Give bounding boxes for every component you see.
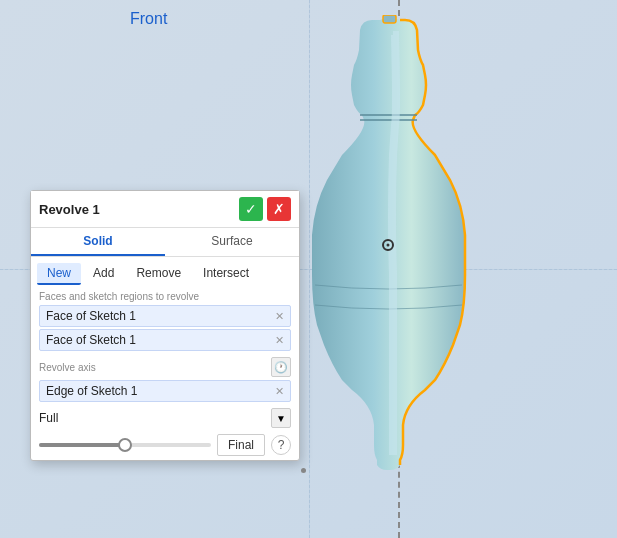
op-tab-new[interactable]: New — [37, 263, 81, 285]
faces-label: Faces and sketch regions to revolve — [39, 291, 291, 302]
op-tab-add[interactable]: Add — [83, 263, 124, 285]
faces-section: Faces and sketch regions to revolve Face… — [39, 291, 291, 351]
face-item-1-label: Face of Sketch 1 — [46, 309, 136, 323]
dialog-titlebar: Revolve 1 ✓ ✗ — [31, 191, 299, 228]
ok-button[interactable]: ✓ — [239, 197, 263, 221]
final-button[interactable]: Final — [217, 434, 265, 456]
face-item-2[interactable]: Face of Sketch 1 ✕ — [39, 329, 291, 351]
axis-label: Revolve axis — [39, 362, 96, 373]
cancel-button[interactable]: ✗ — [267, 197, 291, 221]
tab-solid[interactable]: Solid — [31, 228, 165, 256]
slider-thumb[interactable] — [118, 438, 132, 452]
face-item-1-remove[interactable]: ✕ — [275, 310, 284, 323]
svg-rect-0 — [383, 15, 396, 23]
op-tab-intersect[interactable]: Intersect — [193, 263, 259, 285]
axis-clock-icon[interactable]: 🕐 — [271, 357, 291, 377]
op-tabs: New Add Remove Intersect — [31, 257, 299, 285]
tab-surface[interactable]: Surface — [165, 228, 299, 256]
help-button[interactable]: ? — [271, 435, 291, 455]
full-dropdown[interactable]: ▼ — [271, 408, 291, 428]
axis-item-remove[interactable]: ✕ — [275, 385, 284, 398]
point-indicator — [301, 468, 306, 473]
face-item-2-label: Face of Sketch 1 — [46, 333, 136, 347]
dialog-title: Revolve 1 — [39, 202, 100, 217]
face-item-2-remove[interactable]: ✕ — [275, 334, 284, 347]
type-tabs: Solid Surface — [31, 228, 299, 257]
face-item-1[interactable]: Face of Sketch 1 ✕ — [39, 305, 291, 327]
full-row: Full ▼ — [39, 408, 291, 428]
axis-section: Revolve axis 🕐 Edge of Sketch 1 ✕ — [39, 357, 291, 402]
svg-point-4 — [387, 244, 390, 247]
full-label: Full — [39, 411, 58, 425]
dialog-buttons: ✓ ✗ — [239, 197, 291, 221]
bottle-model — [305, 15, 495, 498]
slider-fill — [39, 443, 125, 447]
angle-slider[interactable] — [39, 443, 211, 447]
axis-item-label: Edge of Sketch 1 — [46, 384, 137, 398]
axis-item[interactable]: Edge of Sketch 1 ✕ — [39, 380, 291, 402]
revolve-dialog: Revolve 1 ✓ ✗ Solid Surface New Add Remo… — [30, 190, 300, 461]
op-tab-remove[interactable]: Remove — [126, 263, 191, 285]
slider-row: Final ? — [39, 434, 291, 456]
viewport-label: Front — [130, 10, 167, 28]
axis-header: Revolve axis 🕐 — [39, 357, 291, 377]
